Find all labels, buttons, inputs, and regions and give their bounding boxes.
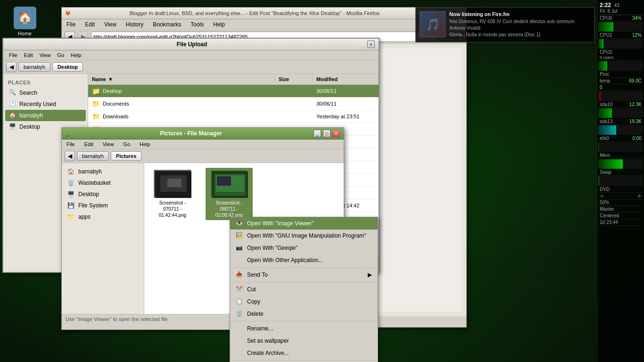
firefox-menu-view[interactable]: View — [102, 20, 118, 29]
fu-back-btn[interactable]: ◀ — [6, 62, 17, 72]
now-playing-service: Now listening on Fire.fm — [449, 11, 590, 17]
fm-maximize[interactable]: □ — [323, 130, 330, 137]
file-upload-menubar: File Edit View Go Help — [3, 50, 379, 60]
cpu0-bar — [598, 22, 643, 32]
ctx-open-gimp-label: Open With "GNU Image Manipulation Progra… — [247, 232, 366, 239]
firefox-menu-help[interactable]: Help — [211, 20, 227, 29]
fm-menu-file[interactable]: File — [65, 140, 77, 148]
fm-sidebar-wastebasket[interactable]: 🗑️ Wastebasket — [64, 177, 142, 189]
sidebar-item-recently-used[interactable]: 🕐 Recently Used — [5, 99, 86, 110]
swap-bar — [598, 176, 643, 186]
wallpaper-icon — [236, 337, 243, 345]
screenshot2-thumb — [210, 170, 248, 198]
firefox-menubar: File Edit View History Bookmarks Tools H… — [62, 19, 466, 30]
firefox-title: Blogger In draft:Linux, BSD, and everyth… — [71, 10, 438, 16]
sidebar-item-search[interactable]: 🔍 Search — [5, 87, 86, 99]
cpu0-label: CPU0 — [600, 16, 612, 21]
file-upload-title: File Upload — [17, 41, 367, 48]
ctx-rename[interactable]: Rename... — [230, 322, 378, 335]
fm-file-screenshot1[interactable]: Screenshot - 070711 - 01:42:44.png — [149, 168, 196, 220]
file-upload-close-btn[interactable]: × — [367, 41, 375, 48]
firefox-menu-tools[interactable]: Tools — [189, 20, 206, 29]
fm-file-screenshot2[interactable]: Screenshot - 080711 - 02:08:42.png — [206, 168, 253, 220]
file-upload-titlebar: File Upload × — [3, 39, 379, 50]
file-row-downloads[interactable]: 📁 Downloads Yesterday at 23:51 — [88, 110, 379, 123]
firefox-menu-file[interactable]: File — [65, 20, 77, 29]
fm-sidebar-apps[interactable]: 📁 apps — [64, 211, 142, 222]
sidebar-barnabyh-label: barnabyh — [19, 112, 43, 119]
ctx-open-gimp[interactable]: 🖼️ Open With "GNU Image Manipulation Pro… — [230, 230, 378, 242]
ctx-sep-4 — [230, 360, 378, 361]
screenshot2-filename: Screenshot - 080711 - 02:08:42.png — [207, 200, 251, 218]
col-name-label: Name — [92, 76, 106, 82]
fm-sidebar-barnabyh[interactable]: 🏠 barnabyh — [64, 166, 142, 177]
fm-menu-help[interactable]: Help — [138, 140, 152, 148]
file-list-header: Name ▼ Size Modified — [88, 74, 379, 85]
ctx-open-other[interactable]: Open With Other Application... — [230, 254, 378, 266]
send-to-icon: 📤 — [236, 271, 243, 279]
firefox-titlebar: 🦊 Blogger In draft:Linux, BSD, and every… — [62, 8, 466, 19]
ctx-open-image-viewer[interactable]: 👁️ Open With "Image Viewer" — [230, 217, 378, 230]
cpu1-value: 12% — [632, 33, 642, 38]
firefox-menu-bookmarks[interactable]: Bookmarks — [151, 20, 183, 29]
cpu1-label: CPU1 — [600, 33, 612, 38]
clock-time: 2:22 — [600, 2, 611, 8]
fm-breadcrumb-barnabyh[interactable]: barnabyh — [77, 151, 109, 161]
context-menu: 👁️ Open With "Image Viewer" 🖼️ Open With… — [230, 217, 378, 362]
ctx-open-image-viewer-label: Open With "Image Viewer" — [247, 220, 314, 227]
fu-menu-edit[interactable]: Edit — [21, 51, 36, 59]
proc-label: Proc — [600, 72, 610, 77]
ctx-create-archive[interactable]: Create Archive... — [230, 347, 378, 359]
fu-breadcrumb-barnabyh[interactable]: barnabyh — [18, 62, 50, 72]
ctx-delete[interactable]: 🗑️ Delete — [230, 308, 378, 320]
firefox-menu-edit[interactable]: Edit — [83, 20, 97, 29]
svg-rect-8 — [167, 179, 182, 187]
fm-sidebar-barnabyh-label: barnabyh — [78, 168, 102, 175]
temp-val: 0 — [600, 85, 603, 90]
ctx-cut[interactable]: ✂️ Cut — [230, 283, 378, 296]
swap-label: Swap — [600, 170, 611, 175]
swap-row: Swap — [598, 169, 643, 176]
ctx-send-to[interactable]: 📤 Send To ▶ — [230, 269, 378, 281]
fm-menu-edit[interactable]: Edit — [83, 140, 95, 148]
fm-breadcrumb-pictures[interactable]: Pictures — [111, 151, 141, 161]
file-row-documents[interactable]: 📁 Documents 30/06/11 — [88, 98, 379, 110]
ctx-copy[interactable]: 📋 Copy — [230, 296, 378, 308]
home-label: Home — [18, 31, 32, 36]
fm-status-text: Use "Image Viewer" to open the selected … — [66, 316, 168, 322]
fm-menu-view[interactable]: View — [101, 140, 116, 148]
fm-menu-go[interactable]: Go — [121, 140, 132, 148]
desktop-icon-home[interactable]: 🏠 Home — [6, 5, 44, 38]
fu-menu-file[interactable]: File — [6, 51, 20, 59]
fm-close[interactable]: × — [332, 130, 340, 137]
places-label: Places — [5, 78, 86, 87]
fu-menu-view[interactable]: View — [37, 51, 54, 59]
track-line3: Gloria - Nulla in mundo pax sincera (Dis… — [449, 32, 590, 38]
file-row-desktop[interactable]: 📁 Desktop 30/06/11 — [88, 85, 379, 98]
cpu2-row: CPU2 0 users — [598, 49, 643, 61]
fu-menu-go[interactable]: Go — [54, 51, 67, 59]
fm-back-btn[interactable]: ◀ — [65, 151, 75, 161]
ctx-rename-label: Rename... — [247, 325, 273, 332]
fm-sidebar-desktop[interactable]: 🖥️ Desktop — [64, 189, 142, 200]
sidebar-item-barnabyh[interactable]: 🏠 barnabyh — [5, 110, 86, 121]
fm-sidebar-filesystem[interactable]: 💾 File System — [64, 200, 142, 211]
firefox-menu-history[interactable]: History — [124, 20, 145, 29]
sda13-label: sda13 — [600, 119, 612, 124]
mail-row: -/- -/- — [598, 193, 643, 199]
mail-value: -/- — [637, 193, 642, 198]
ctx-set-wallpaper-label: Set as wallpaper — [247, 337, 289, 344]
fu-menu-help[interactable]: Help — [68, 51, 84, 59]
col-header-size: Size — [275, 75, 313, 83]
cpu1-bar — [598, 39, 643, 49]
ctx-set-wallpaper[interactable]: Set as wallpaper — [230, 335, 378, 347]
file-name-downloads: 📁 Downloads — [88, 112, 275, 121]
fu-breadcrumb-desktop[interactable]: Desktop — [52, 62, 83, 72]
time-row: 1d 23:44 — [598, 219, 643, 226]
fm-grid: Screenshot - 070711 - 01:42:44.png Scree — [149, 168, 339, 220]
screenshot1-filename: Screenshot - 070711 - 01:42:44.png — [151, 200, 194, 218]
temp-bar — [598, 91, 643, 101]
fm-minimize[interactable]: _ — [314, 130, 321, 137]
ctx-open-geeqie[interactable]: 📷 Open With "Geeqie" — [230, 242, 378, 254]
sda13-row: sda13 19.3K — [598, 118, 643, 125]
